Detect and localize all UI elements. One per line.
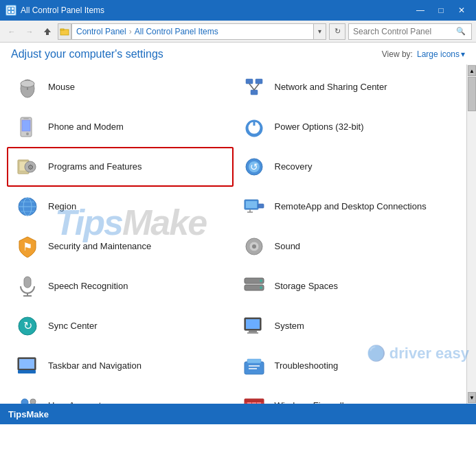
close-button[interactable]: ✕	[453, 3, 471, 17]
svg-rect-4	[12, 11, 14, 13]
window-controls: — □ ✕	[411, 3, 471, 17]
svg-point-62	[21, 399, 28, 404]
items-row: Mouse Network and Sharing Center	[7, 67, 460, 107]
item-taskbar-navigation[interactable]: Taskbar and Navigation	[7, 346, 234, 386]
item-mouse[interactable]: Mouse	[7, 67, 234, 107]
item-storage-spaces[interactable]: Storage Spaces	[234, 266, 460, 306]
recovery-label: Recovery	[275, 161, 313, 173]
minimize-button[interactable]: —	[411, 3, 429, 17]
security-label: Security and Maintenance	[48, 241, 151, 253]
items-row: Region RemoteApp and Desktop Connections	[7, 187, 460, 227]
bottom-label: TipsMake	[8, 409, 49, 419]
scrollbar[interactable]: ▲ ▼	[466, 65, 476, 404]
item-sync-center[interactable]: ↻ Sync Center	[7, 306, 234, 346]
search-icon[interactable]: 🔍	[456, 27, 466, 36]
svg-rect-56	[18, 370, 36, 373]
back-button[interactable]: ←	[4, 24, 19, 39]
power-label: Power Options (32-bit)	[275, 122, 364, 133]
sound-icon	[240, 233, 268, 260]
scroll-down-button[interactable]: ▼	[468, 392, 476, 403]
scroll-up-button[interactable]: ▲	[468, 65, 476, 76]
breadcrumb-control-panel[interactable]: Control Panel	[76, 27, 126, 36]
svg-rect-0	[7, 6, 15, 14]
sound-label: Sound	[275, 241, 301, 253]
item-speech-recognition[interactable]: Speech Recognition	[7, 266, 234, 306]
scrollbar-thumb[interactable]	[468, 77, 476, 111]
svg-point-48	[260, 286, 262, 289]
bottom-bar: TipsMake	[0, 404, 476, 424]
svg-rect-18	[23, 118, 29, 119]
svg-rect-57	[19, 359, 34, 369]
firewall-label: Windows Firewall	[275, 400, 344, 404]
window-icon	[5, 5, 16, 16]
system-icon	[240, 312, 268, 340]
window-title: All Control Panel Items	[21, 5, 411, 15]
viewby-value[interactable]: Large icons ▾	[417, 49, 465, 59]
security-icon: ⚑	[14, 233, 41, 260]
svg-point-63	[30, 399, 36, 404]
breadcrumb-all-control-panel[interactable]: All Control Panel Items	[135, 27, 218, 36]
breadcrumb-folder-icon	[58, 23, 71, 40]
svg-rect-2	[12, 8, 14, 10]
users-icon	[14, 392, 41, 404]
user-accounts-label: User Accounts	[48, 400, 106, 404]
firewall-icon	[240, 392, 268, 404]
region-icon	[14, 193, 41, 220]
main-header: Adjust your computer's settings View by:…	[0, 43, 476, 65]
items-row: User Accounts Windows Firewall	[7, 386, 460, 404]
svg-line-13	[249, 84, 254, 90]
svg-text:↺: ↺	[250, 161, 258, 172]
taskbar-icon	[14, 352, 41, 380]
item-user-accounts[interactable]: User Accounts	[7, 386, 234, 404]
system-label: System	[275, 321, 304, 332]
svg-rect-6	[60, 29, 64, 30]
svg-rect-54	[247, 332, 258, 334]
items-row: ↻ Sync Center System	[7, 306, 460, 346]
address-bar: ← → Control Panel › All Control Panel It…	[0, 21, 476, 43]
maximize-button[interactable]: □	[432, 3, 450, 17]
item-windows-firewall[interactable]: Windows Firewall	[234, 386, 460, 404]
taskbar-label: Taskbar and Navigation	[48, 360, 141, 372]
refresh-button[interactable]: ↻	[329, 23, 345, 40]
svg-line-14	[254, 84, 259, 90]
svg-rect-68	[245, 399, 264, 402]
svg-rect-53	[249, 330, 257, 332]
item-programs-features[interactable]: ⚙ Programs and Features	[7, 147, 234, 187]
breadcrumb-dropdown[interactable]: ▾	[314, 23, 326, 40]
programs-icon: ⚙	[14, 153, 41, 181]
search-input[interactable]	[353, 27, 456, 36]
svg-rect-1	[8, 8, 10, 10]
troubleshooting-label: Troubleshooting	[275, 360, 339, 372]
remoteapp-icon	[240, 193, 268, 220]
item-phone-modem[interactable]: Phone and Modem	[7, 107, 234, 147]
item-sound[interactable]: Sound	[234, 227, 460, 266]
item-network-sharing[interactable]: Network and Sharing Center	[234, 67, 460, 107]
item-system[interactable]: System	[234, 306, 460, 346]
item-remoteapp[interactable]: RemoteApp and Desktop Connections	[234, 187, 460, 227]
item-power-options[interactable]: Power Options (32-bit)	[234, 107, 460, 147]
viewby-label: View by:	[382, 49, 413, 59]
mouse-icon	[14, 73, 41, 101]
up-button[interactable]	[40, 24, 55, 39]
phone-label: Phone and Modem	[48, 122, 124, 133]
item-troubleshooting[interactable]: Troubleshooting	[234, 346, 460, 386]
item-region[interactable]: Region	[7, 187, 234, 227]
svg-rect-12	[251, 90, 258, 95]
item-security-maintenance[interactable]: ⚑ Security and Maintenance	[7, 227, 234, 266]
svg-rect-58	[245, 362, 264, 374]
speech-label: Speech Recognition	[48, 281, 128, 292]
svg-rect-10	[246, 79, 253, 84]
breadcrumb-bar: Control Panel › All Control Panel Items	[71, 23, 314, 40]
region-label: Region	[48, 201, 76, 213]
view-by-control: View by: Large icons ▾	[382, 49, 465, 59]
items-row: Phone and Modem Power Options (32-bit)	[7, 107, 460, 147]
svg-point-9	[21, 80, 34, 87]
item-recovery[interactable]: ↺ Recovery	[234, 147, 460, 187]
svg-text:⚑: ⚑	[23, 241, 32, 253]
items-row: ⚑ Security and Maintenance Sound	[7, 227, 460, 266]
svg-rect-35	[258, 204, 264, 208]
phone-icon	[14, 113, 41, 141]
power-icon	[240, 113, 268, 141]
svg-rect-42	[24, 277, 31, 288]
forward-button[interactable]: →	[22, 24, 37, 39]
